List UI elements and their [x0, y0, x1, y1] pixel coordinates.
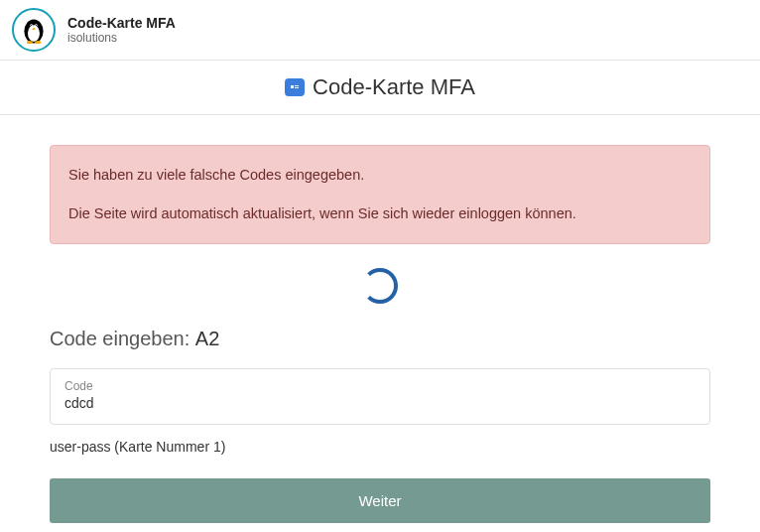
svg-point-8 — [35, 41, 41, 44]
prompt-label: Code eingeben: — [50, 328, 195, 349]
svg-rect-10 — [291, 85, 294, 88]
spinner-container — [50, 268, 710, 308]
header-text: Code-Karte MFA isolutions — [67, 15, 176, 45]
prompt-cell: A2 — [195, 328, 219, 349]
code-floating-label: Code — [64, 379, 696, 393]
svg-point-5 — [36, 25, 37, 26]
svg-point-7 — [27, 41, 33, 44]
app-header: Code-Karte MFA isolutions — [0, 0, 760, 61]
alert-text-1: Sie haben zu viele falsche Codes eingege… — [68, 164, 692, 187]
title-bar: Code-Karte MFA — [0, 61, 760, 115]
penguin-icon — [19, 15, 49, 45]
card-info: user-pass (Karte Nummer 1) — [50, 439, 710, 455]
loading-spinner-icon — [362, 268, 398, 304]
code-input-box[interactable]: Code — [50, 368, 710, 425]
continue-button[interactable]: Weiter — [50, 478, 710, 523]
code-input[interactable] — [64, 393, 696, 411]
org-name: isolutions — [67, 31, 176, 45]
page-title: Code-Karte MFA — [313, 74, 475, 100]
error-alert: Sie haben zu viele falsche Codes eingege… — [50, 145, 710, 244]
svg-rect-12 — [295, 87, 299, 88]
content-area: Sie haben zu viele falsche Codes eingege… — [0, 115, 760, 532]
id-card-icon — [285, 78, 305, 96]
avatar — [12, 8, 56, 52]
alert-text-2: Die Seite wird automatisch aktualisiert,… — [68, 202, 692, 225]
svg-point-4 — [31, 25, 32, 26]
app-name: Code-Karte MFA — [67, 15, 176, 31]
svg-rect-11 — [295, 85, 299, 86]
code-prompt: Code eingeben: A2 — [50, 328, 710, 350]
